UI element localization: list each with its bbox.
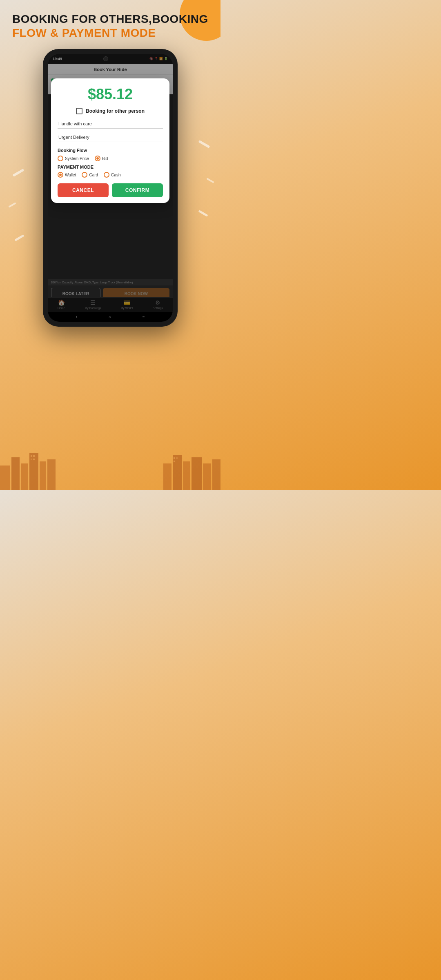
radio-bid-outer (95, 156, 100, 161)
radio-bid-label: Bid (102, 156, 108, 161)
svg-rect-5 (47, 459, 56, 490)
svg-rect-6 (163, 463, 172, 490)
svg-rect-4 (40, 461, 46, 490)
radio-wallet-outer (58, 172, 63, 178)
svg-rect-2 (21, 463, 28, 490)
header-area: BOOKING FOR OTHERS,BOOKING FLOW & PAYMEN… (0, 0, 220, 40)
payment-mode-options: Wallet Card Cash (58, 172, 163, 178)
radio-card[interactable]: Card (82, 172, 98, 178)
radio-wallet-inner (59, 174, 62, 176)
modal-overlay: $85.12 Booking for other person Booking … (48, 54, 173, 322)
radio-wallet[interactable]: Wallet (58, 172, 76, 178)
radio-system-price-outer (58, 156, 63, 161)
deco-dash (13, 169, 24, 177)
deco-dash (198, 140, 210, 148)
svg-rect-18 (174, 461, 175, 462)
deco-dash (8, 202, 16, 207)
svg-rect-10 (203, 463, 211, 490)
phone-frame: 19:49 🔇 📍 📶 🔋 Book Your Ride P-40, Subha… (43, 49, 178, 327)
svg-rect-14 (31, 459, 32, 460)
radio-card-label: Card (89, 173, 98, 177)
svg-rect-12 (31, 455, 32, 457)
cancel-button[interactable]: CANCEL (58, 183, 109, 197)
modal-buttons: CANCEL CONFIRM (58, 183, 163, 197)
booking-flow-options: System Price Bid (58, 156, 163, 161)
radio-bid-inner (96, 157, 99, 160)
svg-rect-17 (176, 457, 178, 459)
header-title-line1: BOOKING FOR OTHERS,BOOKING (12, 12, 208, 26)
city-skyline (0, 441, 220, 490)
header-title-line2: FLOW & PAYMENT MODE (12, 26, 208, 40)
radio-system-price-label: System Price (65, 156, 89, 161)
confirm-button[interactable]: CONFIRM (112, 183, 163, 197)
booking-flow-label: Booking Flow (58, 148, 163, 153)
svg-rect-7 (173, 455, 182, 490)
svg-rect-11 (212, 459, 220, 490)
svg-rect-9 (192, 457, 202, 490)
radio-bid[interactable]: Bid (95, 156, 108, 161)
svg-rect-15 (33, 459, 35, 460)
modal-card: $85.12 Booking for other person Booking … (51, 78, 169, 203)
deco-dash (206, 178, 214, 183)
radio-cash-label: Cash (111, 173, 120, 177)
radio-cash-outer (104, 172, 109, 178)
handle-with-care-input[interactable] (58, 119, 163, 129)
radio-card-outer (82, 172, 87, 178)
svg-rect-8 (183, 461, 190, 490)
booking-other-row[interactable]: Booking for other person (58, 108, 163, 114)
booking-other-checkbox[interactable] (76, 108, 82, 114)
svg-rect-0 (0, 466, 10, 490)
svg-rect-1 (11, 457, 20, 490)
radio-wallet-label: Wallet (65, 173, 76, 177)
price-display: $85.12 (58, 86, 163, 103)
deco-dash (14, 234, 24, 241)
svg-rect-16 (174, 457, 175, 459)
deco-dash (198, 210, 208, 217)
svg-rect-13 (33, 455, 35, 457)
payment-mode-label: PAYMENT MODE (58, 165, 163, 169)
phone-screen: 19:49 🔇 📍 📶 🔋 Book Your Ride P-40, Subha… (48, 54, 173, 322)
urgent-delivery-input[interactable] (58, 133, 163, 142)
radio-cash[interactable]: Cash (104, 172, 120, 178)
booking-other-label: Booking for other person (86, 108, 145, 114)
radio-system-price[interactable]: System Price (58, 156, 89, 161)
